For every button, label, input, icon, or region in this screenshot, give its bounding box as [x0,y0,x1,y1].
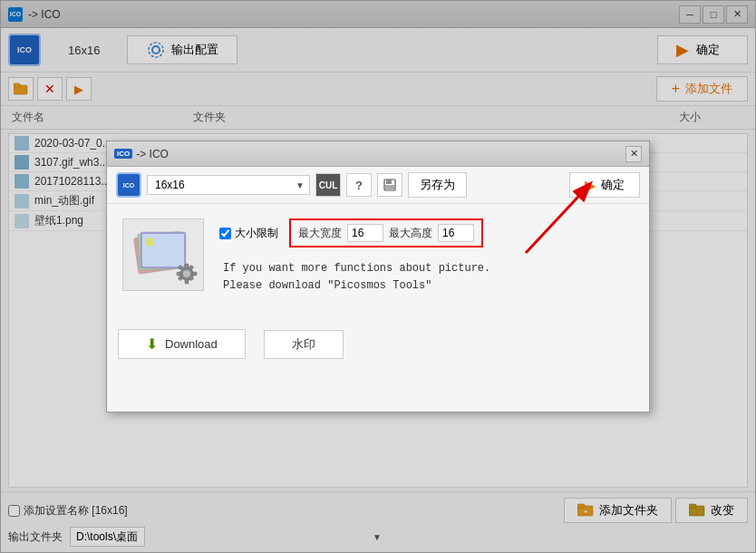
svg-rect-23 [177,272,181,276]
max-height-label: 最大高度 [389,226,432,241]
modal-toolbar-left: ICO 16x16 ▼ CUL ? [116,172,467,198]
modal-left-panel [118,218,208,307]
download-button[interactable]: ⬇ Download [118,329,246,359]
format-icon-button[interactable]: CUL [315,173,341,197]
info-line-1: If you want more functions about picture… [223,260,635,277]
modal-title-bar: ICO -> ICO ✕ [107,141,649,167]
max-height-input[interactable]: 16 [438,224,474,242]
ico-modal: ICO -> ICO ✕ ICO 16x16 ▼ CUL ? [106,141,650,412]
modal-overlay: ICO -> ICO ✕ ICO 16x16 ▼ CUL ? [0,0,756,553]
svg-rect-24 [192,272,197,276]
modal-bottom-buttons: ⬇ Download 水印 [107,322,649,374]
watermark-button[interactable]: 水印 [264,330,344,359]
max-width-input[interactable]: 16 [347,224,383,242]
watermark-label: 水印 [292,337,315,351]
gear-overlay-icon [172,259,201,288]
size-limit-row: 大小限制 最大宽度 16 最大高度 16 [219,218,638,247]
size-select-wrapper: 16x16 ▼ [147,175,310,195]
svg-point-18 [145,238,154,247]
svg-point-20 [183,270,190,277]
download-icon: ⬇ [146,335,158,353]
size-limit-checkbox[interactable] [219,228,231,239]
modal-close-button[interactable]: ✕ [625,146,642,162]
modal-title: ICO -> ICO [114,148,169,160]
save-button[interactable] [377,173,402,197]
max-width-label: 最大宽度 [298,226,342,241]
save-as-button[interactable]: 另存为 [408,172,467,198]
modal-confirm-button[interactable]: ▶ 确定 [569,172,640,198]
modal-ico-badge: ICO [116,172,141,198]
size-dropdown[interactable]: 16x16 [147,175,310,195]
size-limit-checkbox-row: 大小限制 [219,226,278,241]
download-label: Download [165,337,218,351]
modal-ico-icon: ICO [114,149,132,159]
modal-confirm-arrow-icon: ▶ [585,177,596,194]
save-icon [383,179,396,191]
svg-rect-10 [386,179,392,184]
size-limit-label: 大小限制 [235,226,278,241]
svg-rect-11 [385,185,394,189]
modal-image-preview [122,218,204,291]
info-text-area: If you want more functions about picture… [219,260,638,295]
svg-rect-22 [185,279,189,284]
svg-rect-21 [185,264,189,268]
help-button[interactable]: ? [346,173,372,197]
modal-toolbar: ICO 16x16 ▼ CUL ? [107,167,649,204]
modal-content: 大小限制 最大宽度 16 最大高度 16 If you want more fu… [107,204,649,322]
size-fields-group: 最大宽度 16 最大高度 16 [289,218,483,247]
info-line-2: Please download "Picosmos Tools" [223,277,635,295]
modal-right-panel: 大小限制 最大宽度 16 最大高度 16 If you want more fu… [219,218,638,307]
